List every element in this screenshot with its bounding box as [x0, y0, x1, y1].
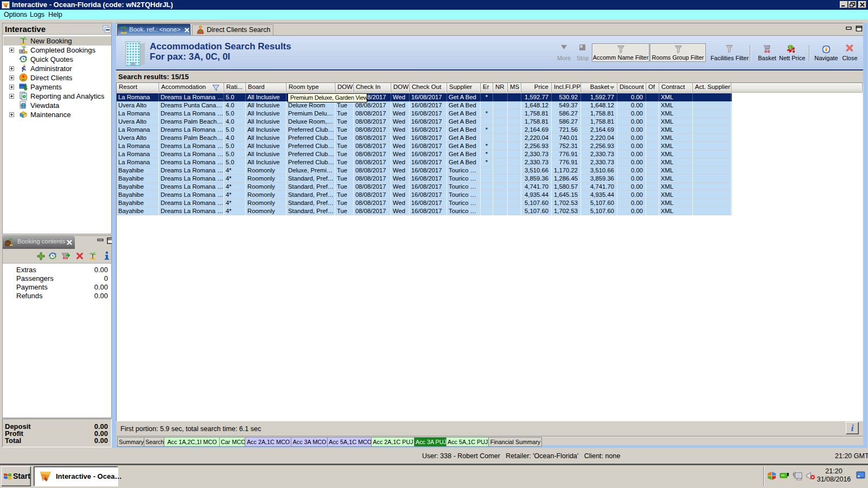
- svg-text:$: $: [24, 85, 27, 91]
